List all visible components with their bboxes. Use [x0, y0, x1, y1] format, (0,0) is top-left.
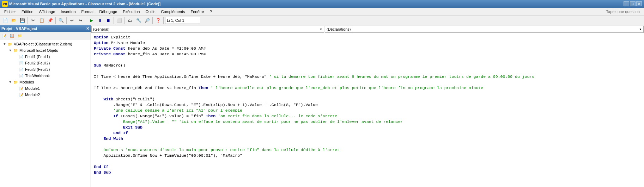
label-feuil1: Feuil1 (Feuil1) [25, 55, 50, 59]
tree-feuil2[interactable]: 📄 Feuil2 (Feuil2) [1, 60, 90, 66]
tree-feuil1[interactable]: 📄 Feuil1 (Feuil1) [1, 54, 90, 60]
tree-feuil3[interactable]: 📄 Feuil3 (Feuil3) [1, 66, 90, 73]
icon-thisworkbook: 📄 [18, 73, 24, 79]
code-line-20 [94, 142, 641, 147]
code-editor-panel: (Général) ▼ (Déclarations) ▼ Option Expl… [91, 25, 644, 187]
toggle-feuil2 [13, 61, 18, 66]
project-tree: ▼ 📁 VBAProject (Classeur test 2.xlsm) ▼ … [0, 40, 91, 187]
icon-excel-objets: 📁 [13, 48, 18, 53]
sep6 [124, 17, 125, 24]
help-text: Tapez une question [606, 10, 643, 14]
close-button[interactable]: ✕ [636, 1, 642, 6]
menu-edition[interactable]: Edition [19, 8, 36, 15]
tb-design[interactable]: ⬜ [115, 17, 123, 24]
tb-redo[interactable]: ↪ [77, 17, 84, 24]
tree-module2[interactable]: 📝 Module2 [1, 92, 90, 98]
code-line-7 [94, 68, 641, 74]
tree-module1[interactable]: 📝 Module1 [1, 85, 90, 92]
maximize-button[interactable]: □ [630, 1, 636, 6]
toggle-feuil3 [13, 67, 18, 72]
menu-execution[interactable]: Exécution [120, 8, 142, 15]
menu-affichage[interactable]: Affichage [36, 8, 58, 15]
panel-view-object[interactable]: 🪟 [8, 33, 16, 39]
panel-toolbar: 📝 🪟 📁 [0, 32, 91, 40]
icon-module2: 📝 [18, 92, 24, 98]
tree-excel-objets[interactable]: ▼ 📁 Microsoft Excel Objets [1, 47, 90, 54]
code-line-8: If Time < heure_déb Then Application.OnT… [94, 74, 641, 80]
menu-bar: Fichier Edition Affichage Insertion Form… [0, 8, 644, 15]
minimize-button[interactable]: ─ [624, 1, 629, 6]
label-feuil2: Feuil2 (Feuil2) [25, 61, 50, 65]
code-header: (Général) ▼ (Déclarations) ▼ [91, 25, 644, 33]
sep7 [152, 17, 153, 24]
code-line-22: Application.OnTime Now + TimeValue("00:0… [94, 153, 641, 158]
window-controls[interactable]: ─ □ ✕ [624, 1, 642, 6]
tb-run[interactable]: ▶ [87, 17, 95, 24]
sep1 [28, 17, 28, 24]
tb-new[interactable]: 📄 [1, 17, 9, 24]
tree-vbaproject[interactable]: ▼ 📁 VBAProject (Classeur test 2.xlsm) [1, 41, 90, 47]
code-line-12: With Sheets("Feuil1") [94, 96, 641, 102]
tb-find[interactable]: 🔍 [57, 17, 65, 24]
menu-insertion[interactable]: Insertion [58, 8, 78, 15]
label-module1: Module1 [25, 86, 40, 91]
title-bar: VB Microsoft Visual Basic pour Applicati… [0, 0, 644, 8]
menu-debogage[interactable]: Débogage [96, 8, 120, 15]
sep8 [163, 17, 164, 24]
toolbar: 📄 📂 💾 ✂ 📋 📌 🔍 ↩ ↪ ▶ ⏸ ⏹ ⬜ 🗂 🔧 🔎 ❓ Li 1, … [0, 15, 644, 25]
code-line-5 [94, 57, 641, 63]
menu-complements[interactable]: Compléments [158, 8, 188, 15]
tb-objbr[interactable]: 🔎 [143, 17, 151, 24]
code-line-15: If LCase$(.Range("A1").Value) = "fin" Th… [94, 113, 641, 119]
code-line-4: Private Const heure_fin As Date = #6:45:… [94, 51, 641, 57]
tb-props[interactable]: 🔧 [135, 17, 142, 24]
tree-thisworkbook[interactable]: 📄 ThisWorkbook [1, 73, 90, 79]
tb-undo[interactable]: ↩ [68, 17, 76, 24]
icon-feuil1: 📄 [18, 54, 24, 60]
label-excel-objets: Microsoft Excel Objets [19, 48, 58, 52]
tb-open[interactable]: 📂 [10, 17, 18, 24]
declarations-dropdown[interactable]: (Déclarations) ▼ [325, 26, 644, 33]
label-vbaproject: VBAProject (Classeur test 2.xlsm) [14, 42, 72, 46]
tb-break[interactable]: ⏸ [96, 17, 104, 24]
code-line-14: 'une cellule dédiée à l'arret ici "A1" p… [94, 108, 641, 113]
icon-vbaproject: 📁 [7, 41, 13, 47]
panel-toggle-folders[interactable]: 📁 [16, 33, 23, 39]
tb-help[interactable]: ❓ [154, 17, 162, 24]
code-line-1: Option Explicit [94, 35, 641, 40]
location-display: Li 1, Col 1 [165, 17, 200, 24]
tb-save[interactable]: 💾 [18, 17, 26, 24]
icon-module1: 📝 [18, 86, 24, 91]
tb-cut[interactable]: ✂ [29, 17, 37, 24]
menu-outils[interactable]: Outils [142, 8, 158, 15]
toggle-thisworkbook [13, 73, 18, 78]
code-line-10: If Time >= heure_déb And Time <= heure_f… [94, 85, 641, 91]
tb-copy[interactable]: 📋 [38, 17, 45, 24]
code-line-3: Private Const heure_déb As Date = #1:00:… [94, 46, 641, 51]
app-icon: VB [2, 1, 8, 7]
general-dropdown[interactable]: (Général) ▼ [91, 26, 324, 33]
panel-view-code[interactable]: 📝 [1, 33, 8, 39]
tb-paste[interactable]: 📌 [46, 17, 54, 24]
project-panel-titlebar: Projet - VBAProject ✕ [0, 25, 91, 32]
code-line-16: Range("A1").Value = "" 'ici on efface le… [94, 119, 641, 125]
tb-stop[interactable]: ⏹ [104, 17, 112, 24]
code-line-11 [94, 91, 641, 96]
code-line-13: .Range("E" & .Cells(Rows.Count, "E").End… [94, 102, 641, 108]
code-area[interactable]: Option Explicit Option Private Module Pr… [91, 33, 644, 187]
tree-modules[interactable]: ▼ 📁 Modules [1, 79, 90, 85]
general-dropdown-label: (Général) [93, 27, 109, 31]
menu-fenetre[interactable]: Fenêtre [188, 8, 207, 15]
panel-close-button[interactable]: ✕ [86, 26, 89, 31]
menu-help[interactable]: ? [207, 8, 214, 15]
icon-feuil3: 📄 [18, 67, 24, 72]
menu-fichier[interactable]: Fichier [1, 8, 19, 15]
code-line-21: DoEvents 'nous assures d'avoir la main p… [94, 147, 641, 153]
menu-format[interactable]: Format [79, 8, 97, 15]
label-feuil3: Feuil3 (Feuil3) [25, 67, 50, 71]
tb-projex[interactable]: 🗂 [126, 17, 134, 24]
sep5 [114, 17, 114, 24]
label-thisworkbook: ThisWorkbook [25, 74, 50, 78]
project-panel: Projet - VBAProject ✕ 📝 🪟 📁 ▼ 📁 VBAProje… [0, 25, 91, 187]
code-line-2: Option Private Module [94, 40, 641, 46]
